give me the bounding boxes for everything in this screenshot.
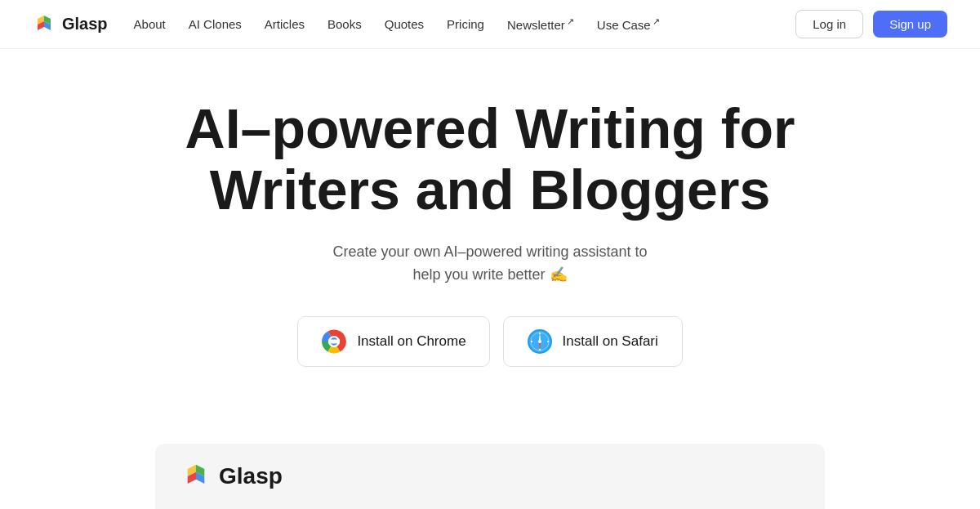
nav-item-articles[interactable]: Articles bbox=[265, 17, 305, 32]
navbar: Glasp About AI Clones Articles Books Quo… bbox=[0, 0, 980, 49]
nav-right: Log in Sign up bbox=[795, 10, 947, 38]
install-safari-label: Install on Safari bbox=[563, 333, 658, 350]
safari-icon bbox=[527, 328, 553, 355]
hero-title-line1: AI–powered Writing for bbox=[185, 97, 795, 159]
nav-link-use-case[interactable]: Use Case bbox=[597, 18, 660, 32]
install-chrome-button[interactable]: Install on Chrome bbox=[297, 316, 489, 367]
signup-button[interactable]: Sign up bbox=[873, 11, 947, 38]
chrome-icon bbox=[321, 328, 347, 355]
nav-left: Glasp About AI Clones Articles Books Quo… bbox=[33, 13, 660, 36]
hero-subtitle: Create your own AI–powered writing assis… bbox=[318, 240, 662, 288]
logo[interactable]: Glasp bbox=[33, 13, 108, 36]
nav-link-about[interactable]: About bbox=[134, 17, 166, 31]
bottom-glasp-logo-icon bbox=[181, 462, 211, 491]
hero-section: AI–powered Writing for Writers and Blogg… bbox=[0, 49, 980, 400]
nav-item-ai-clones[interactable]: AI Clones bbox=[189, 17, 242, 32]
nav-item-about[interactable]: About bbox=[134, 17, 166, 32]
glasp-logo-icon bbox=[33, 13, 56, 36]
install-chrome-label: Install on Chrome bbox=[357, 333, 466, 350]
nav-link-articles[interactable]: Articles bbox=[265, 17, 305, 31]
nav-item-use-case[interactable]: Use Case bbox=[597, 16, 660, 33]
nav-link-pricing[interactable]: Pricing bbox=[447, 17, 484, 31]
svg-point-15 bbox=[538, 340, 541, 343]
nav-item-pricing[interactable]: Pricing bbox=[447, 17, 484, 32]
nav-item-newsletter[interactable]: Newsletter bbox=[507, 16, 574, 33]
nav-link-quotes[interactable]: Quotes bbox=[385, 17, 424, 31]
hero-title: AI–powered Writing for Writers and Blogg… bbox=[185, 98, 795, 221]
bottom-logo: Glasp bbox=[181, 462, 283, 491]
brand-name: Glasp bbox=[62, 15, 108, 33]
nav-item-books[interactable]: Books bbox=[327, 17, 362, 32]
login-button[interactable]: Log in bbox=[795, 10, 863, 38]
install-safari-button[interactable]: Install on Safari bbox=[503, 316, 683, 367]
nav-item-quotes[interactable]: Quotes bbox=[385, 17, 424, 32]
cta-buttons: Install on Chrome Install on bbox=[297, 316, 682, 367]
bottom-preview-card: Glasp bbox=[155, 444, 825, 509]
nav-link-ai-clones[interactable]: AI Clones bbox=[189, 17, 242, 31]
bottom-brand-name: Glasp bbox=[219, 463, 283, 489]
nav-links: About AI Clones Articles Books Quotes Pr… bbox=[134, 16, 660, 33]
nav-link-books[interactable]: Books bbox=[327, 17, 362, 31]
nav-link-newsletter[interactable]: Newsletter bbox=[507, 18, 574, 32]
hero-title-line2: Writers and Bloggers bbox=[210, 159, 770, 221]
